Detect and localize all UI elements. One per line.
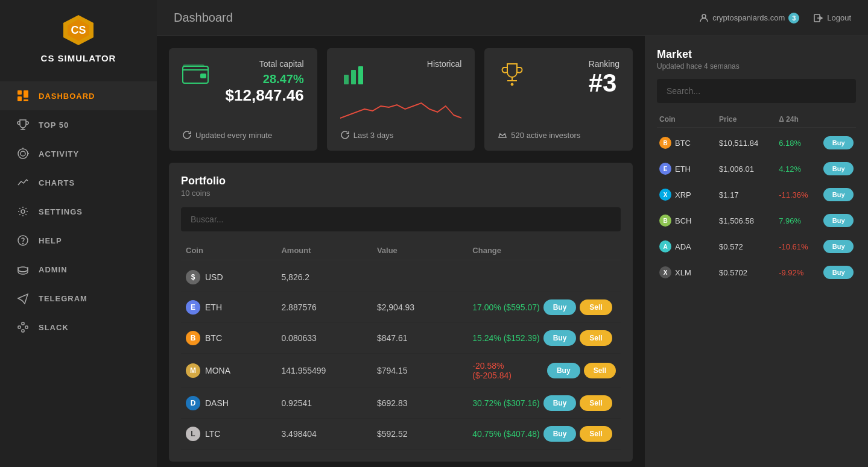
svg-rect-6: [24, 99, 28, 101]
svg-rect-27: [351, 70, 356, 84]
ranking-title: Ranking: [589, 59, 619, 69]
btn-actions-mona: Buy Sell: [547, 363, 616, 378]
historical-title: Historical: [427, 59, 462, 69]
sidebar: CS CS SIMULATOR DASHBOARD TOP 50 ACTIVIT…: [0, 0, 157, 467]
total-capital-card: Total capital 28.47% $12,847.46 Updated …: [169, 48, 317, 151]
coin-cell-mona: M MONA: [186, 363, 281, 378]
market-buy-button-ada[interactable]: Buy: [823, 240, 854, 253]
sparkline-svg: [340, 88, 462, 130]
sidebar-item-activity[interactable]: ACTIVITY: [0, 139, 157, 168]
market-price-bch: $1,506.58: [719, 216, 779, 225]
buy-button-ltc[interactable]: Buy: [543, 426, 577, 442]
market-coin-name-xlm: XLM: [675, 268, 691, 277]
sidebar-item-help[interactable]: HELP: [0, 226, 157, 255]
historical-card: Historical Last 3 days: [327, 48, 475, 151]
market-buy-button-bch[interactable]: Buy: [823, 214, 854, 227]
logout-label: Logout: [827, 13, 851, 22]
market-buy-button-xrp[interactable]: Buy: [823, 188, 854, 201]
sell-button-ltc[interactable]: Sell: [580, 426, 612, 442]
portfolio-search-input[interactable]: [181, 207, 621, 231]
coin-cell-dash: D DASH: [186, 396, 281, 410]
market-coin-cell-ada: A ADA: [659, 240, 719, 252]
portfolio-title: Portfolio: [181, 175, 621, 187]
ranking-subtitle: 520 active investors: [498, 130, 619, 140]
change-cell-ltc: 40.75% ($407.48) Buy Sell: [472, 426, 616, 442]
sidebar-item-admin[interactable]: ADMIN: [0, 255, 157, 284]
portfolio-table-header: Coin Amount Value Change: [181, 241, 621, 260]
sidebar-item-help-label: HELP: [39, 236, 62, 245]
coin-name-dash: DASH: [205, 398, 229, 408]
portfolio-subtitle: 10 coins: [181, 189, 621, 198]
coin-dot-mona: M: [186, 363, 200, 378]
market-dot-xlm: X: [659, 266, 671, 278]
crown-icon: [498, 130, 507, 140]
sidebar-item-top50[interactable]: TOP 50: [0, 110, 157, 139]
wallet-svg: [182, 63, 209, 84]
btn-actions-btc: Buy Sell: [543, 330, 612, 346]
coin-name-ltc: LTC: [205, 429, 220, 439]
market-search-input[interactable]: [657, 79, 856, 103]
nav-items: DASHBOARD TOP 50 ACTIVITY CHARTS SETTING…: [0, 81, 157, 342]
coin-dot-usd: $: [186, 270, 200, 284]
sidebar-item-telegram[interactable]: TELEGRAM: [0, 284, 157, 313]
market-row: B BCH $1,506.58 7.96% Buy: [657, 208, 856, 234]
refresh-icon: [182, 130, 192, 140]
svg-rect-20: [22, 330, 24, 332]
value-mona: $794.15: [377, 366, 472, 375]
historical-subtitle: Last 3 days: [340, 130, 462, 140]
sidebar-item-top50-label: TOP 50: [39, 121, 69, 130]
market-price-eth: $1,006.01: [719, 165, 779, 174]
sell-button-btc[interactable]: Sell: [580, 330, 612, 346]
sidebar-item-activity-label: ACTIVITY: [39, 149, 79, 158]
sidebar-item-dashboard-label: DASHBOARD: [39, 92, 95, 101]
svg-point-9: [18, 149, 28, 158]
coin-dot-ltc: L: [186, 427, 200, 441]
historical-chart: [340, 88, 462, 130]
user-menu[interactable]: cryptospaniards.com 3: [699, 13, 799, 24]
market-buy-button-eth[interactable]: Buy: [823, 162, 854, 175]
market-buy-button-btc[interactable]: Buy: [823, 136, 854, 149]
coin-cell-btc: B BTC: [186, 331, 281, 345]
svg-text:CS: CS: [71, 24, 86, 36]
portfolio-section: Portfolio 10 coins Coin Amount Value Cha…: [169, 163, 633, 462]
svg-rect-19: [25, 326, 28, 328]
sidebar-item-admin-label: ADMIN: [39, 265, 68, 274]
btn-actions-dash: Buy Sell: [543, 395, 612, 411]
value-ltc: $592.52: [377, 429, 472, 439]
svg-rect-25: [200, 74, 206, 78]
change-ltc: 40.75% ($407.48): [472, 429, 539, 439]
svg-point-13: [21, 210, 25, 213]
market-col-change: Δ 24h: [779, 115, 823, 124]
change-cell-eth: 17.00% ($595.07) Buy Sell: [472, 299, 616, 315]
buy-button-mona[interactable]: Buy: [547, 363, 580, 378]
market-col-price: Price: [719, 115, 779, 124]
coin-name-usd: USD: [205, 272, 223, 282]
buy-button-eth[interactable]: Buy: [543, 299, 577, 315]
change-btc: 15.24% ($152.39): [472, 333, 539, 343]
sidebar-item-dashboard[interactable]: DASHBOARD: [0, 81, 157, 110]
buy-button-btc[interactable]: Buy: [543, 330, 577, 346]
market-col-coin: Coin: [659, 115, 719, 124]
value-btc: $847.61: [377, 333, 472, 343]
sell-button-eth[interactable]: Sell: [580, 299, 612, 315]
sell-button-dash[interactable]: Sell: [580, 395, 612, 411]
sell-button-mona[interactable]: Sell: [584, 363, 616, 378]
market-dot-bch: B: [659, 215, 671, 227]
buy-button-dash[interactable]: Buy: [543, 395, 577, 411]
sidebar-item-charts[interactable]: CHARTS: [0, 168, 157, 197]
amount-ltc: 3.498404: [281, 429, 376, 439]
amount-mona: 141.955499: [281, 366, 376, 375]
logout-button[interactable]: Logout: [814, 13, 851, 23]
change-dash: 30.72% ($307.16): [472, 398, 539, 408]
sidebar-item-settings[interactable]: SETTINGS: [0, 197, 157, 226]
market-buy-button-xlm[interactable]: Buy: [823, 266, 854, 279]
market-dot-eth: E: [659, 163, 671, 175]
sidebar-item-slack[interactable]: SLACK: [0, 313, 157, 342]
market-coin-cell-bch: B BCH: [659, 215, 719, 227]
market-title: Market: [657, 48, 856, 61]
market-coin-cell-xrp: X XRP: [659, 189, 719, 201]
amount-usd: 5,826.2: [281, 272, 376, 282]
svg-point-15: [23, 243, 24, 244]
admin-icon: [17, 263, 29, 275]
trophy-nav-icon: [17, 119, 29, 131]
